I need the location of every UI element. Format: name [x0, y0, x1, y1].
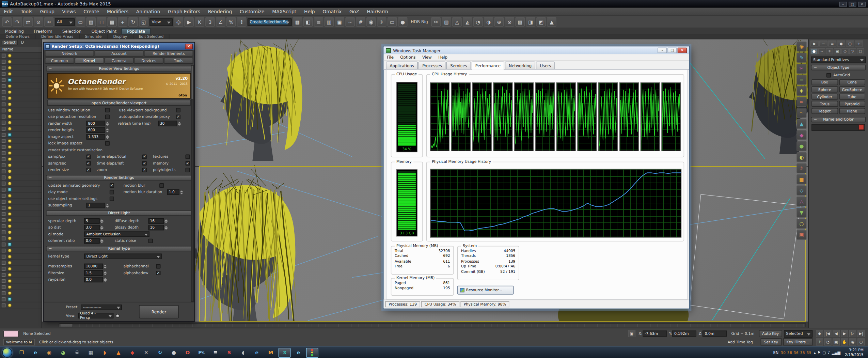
scene-object-row[interactable] — [0, 120, 42, 126]
max-titlebar[interactable]: MAX AutoBackup01.max - Autodesk 3ds Max … — [0, 0, 868, 8]
scene-object-row[interactable] — [0, 181, 42, 187]
lock-image-aspect-checkbox[interactable] — [105, 141, 110, 146]
selection-lock-icon[interactable]: ▣ — [628, 330, 635, 337]
edit-named-selections-icon[interactable]: ▦ — [293, 17, 302, 27]
cut-tool-icon[interactable]: ▲ — [547, 17, 556, 27]
bind-to-space-warp-icon[interactable]: ≈ — [44, 17, 54, 27]
render-height-spinner[interactable]: 600 — [86, 127, 110, 133]
material-editor-icon[interactable]: ◉ — [366, 17, 376, 27]
render-setup-tab[interactable]: Network — [45, 50, 94, 57]
hf-style-icon[interactable]: ● — [796, 141, 806, 151]
snapshot-icon[interactable]: ✂ — [431, 17, 441, 27]
render-production-icon[interactable]: ● — [398, 17, 408, 27]
autogrid-checkbox[interactable] — [827, 73, 831, 77]
timeline-trackbar[interactable] — [42, 322, 808, 328]
resource-monitor-button[interactable]: Resource Monitor... — [457, 286, 514, 295]
hf-frizz-icon[interactable]: ≈ — [796, 97, 806, 107]
mirror-icon[interactable]: ◧ — [303, 17, 313, 27]
ie-third-icon[interactable]: e — [292, 347, 304, 357]
create-tab-icon[interactable]: ▶ — [810, 41, 819, 47]
hf-light-icon[interactable]: ◇ — [796, 186, 806, 196]
spacewarps-category-icon[interactable]: ▽ — [849, 48, 856, 54]
samp-sec-checkbox[interactable] — [86, 161, 91, 166]
textures-checkbox[interactable] — [186, 155, 190, 159]
menu-item[interactable]: Help — [435, 55, 451, 60]
scene-object-row[interactable] — [0, 302, 42, 309]
object-name-field[interactable] — [811, 124, 865, 131]
traffic-light-icon[interactable] — [306, 347, 318, 357]
visibility-toggle-icon[interactable] — [2, 230, 5, 234]
network-tray-icon[interactable]: ▂▄▆ — [832, 350, 840, 355]
render-setup-tab[interactable]: Kernel — [75, 58, 104, 64]
time-elaps-total-checkbox[interactable] — [142, 155, 147, 159]
hierarchy-tab-icon[interactable]: ≡ — [828, 41, 836, 47]
time-config-icon[interactable]: ◔ — [824, 338, 832, 345]
clay-mode-checkbox[interactable] — [110, 190, 114, 194]
refresh-time-spinner[interactable]: 30 — [158, 121, 182, 126]
scene-object-row[interactable] — [0, 272, 42, 278]
light-align-icon[interactable]: ◑ — [484, 17, 493, 27]
autodesk-app-icon[interactable]: M — [265, 347, 277, 357]
scene-object-row[interactable] — [0, 199, 42, 205]
scene-object-row[interactable] — [0, 248, 42, 254]
hf-comb-icon[interactable]: ≡ — [796, 75, 806, 84]
layer-manager-icon[interactable]: ▥ — [325, 17, 334, 27]
hf-clump-icon[interactable]: ◈ — [796, 86, 806, 96]
update-animated-geometry-checkbox[interactable] — [110, 183, 114, 188]
scene-object-row[interactable] — [0, 83, 42, 89]
zoom-view-icon[interactable]: ◉ — [849, 338, 856, 345]
scene-object-row[interactable] — [0, 296, 42, 302]
scene-object-row[interactable] — [0, 89, 42, 95]
task-manager-tab[interactable]: Processes — [419, 61, 446, 69]
visibility-toggle-icon[interactable] — [2, 126, 5, 130]
menu-item[interactable]: Views — [58, 9, 80, 14]
render-setup-tab[interactable]: Tools — [164, 58, 193, 64]
use-viewport-background-checkbox[interactable] — [176, 108, 180, 112]
hf-guides-icon[interactable]: ◐ — [796, 152, 806, 162]
z-coordinate-field[interactable]: 0.0m — [703, 330, 727, 337]
hf-gravity-icon[interactable]: ▼ — [796, 208, 806, 218]
menu-item[interactable]: Rendering — [204, 9, 236, 14]
visibility-toggle-icon[interactable] — [2, 53, 5, 57]
ribbon-tab[interactable]: Object Paint — [86, 28, 122, 34]
select-menu-button[interactable]: Select — [2, 40, 18, 45]
menu-item[interactable]: View — [419, 55, 435, 60]
render-settings-rollout[interactable]: Render Settings — [46, 175, 192, 181]
measure-tool-icon[interactable]: ⊗ — [505, 17, 515, 27]
utilities-tab-icon[interactable]: + — [855, 41, 863, 47]
ribbon-tab[interactable]: Selection — [57, 28, 86, 34]
selection-set-dropdown[interactable]: Selected — [784, 330, 813, 338]
object-type-rollout[interactable]: Object Type — [811, 65, 866, 70]
lights-category-icon[interactable]: ☼ — [826, 48, 833, 54]
play-animation-icon[interactable]: ▶ — [841, 330, 848, 337]
maxsamples-spinner[interactable]: 16000 — [84, 264, 107, 269]
media-player-icon[interactable]: ◉ — [43, 347, 56, 357]
render-setup-tab[interactable]: Render Elements — [144, 50, 193, 57]
visibility-toggle-icon[interactable] — [2, 187, 5, 191]
menu-item[interactable]: Group — [36, 9, 58, 14]
show-hidden-icons-icon[interactable]: ▴ — [814, 350, 816, 355]
rendered-frame-window-icon[interactable]: ▭ — [388, 17, 397, 27]
scene-object-row[interactable] — [0, 156, 42, 162]
action-center-icon[interactable]: ⚑ — [817, 350, 821, 355]
comb-tool-icon[interactable]: ◩ — [536, 17, 546, 27]
visibility-toggle-icon[interactable] — [2, 145, 5, 149]
motion-blur-checkbox[interactable] — [159, 183, 164, 188]
scene-object-row[interactable] — [0, 144, 42, 150]
visibility-toggle-icon[interactable] — [2, 236, 5, 240]
percent-snap-icon[interactable]: % — [226, 17, 236, 27]
align-icon[interactable]: ≡ — [314, 17, 323, 27]
specular-depth-spinner[interactable]: 5 — [84, 218, 104, 223]
curve-editor-icon[interactable]: ~ — [345, 17, 355, 27]
static-noise-checkbox[interactable] — [148, 239, 153, 243]
primitive-button[interactable]: Pyramid — [839, 101, 865, 107]
visibility-toggle-icon[interactable] — [2, 242, 5, 246]
select-by-name-icon[interactable]: ▤ — [86, 17, 96, 27]
unlink-selection-icon[interactable]: ⊘ — [34, 17, 43, 27]
helpers-category-icon[interactable]: ◇ — [841, 48, 849, 54]
red-media-icon[interactable]: ◆ — [126, 347, 139, 357]
use-object-render-settings-checkbox[interactable] — [110, 197, 114, 201]
visibility-toggle-icon[interactable] — [2, 212, 5, 216]
menu-item[interactable]: HairFarm — [363, 9, 392, 14]
ribbon-subtab[interactable]: Define Flows — [0, 34, 36, 39]
